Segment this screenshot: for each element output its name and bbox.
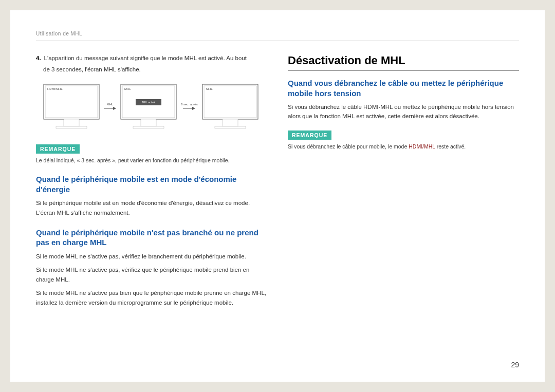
page-container: Utilisation de MHL 4. L'apparition du me… <box>10 10 545 382</box>
page-number: 29 <box>511 361 519 369</box>
content-columns: 4. L'apparition du message suivant signi… <box>36 54 519 371</box>
arrow-2-label: 3 sec. après <box>181 103 198 106</box>
step-subtext: de 3 secondes, l'écran MHL s'affiche. <box>43 65 267 74</box>
remarque-badge: REMARQUE <box>36 144 80 154</box>
svg-rect-9 <box>141 119 156 126</box>
monitor-2-bar-text: MHL activé <box>142 101 155 104</box>
svg-rect-14 <box>204 86 256 118</box>
svg-marker-5 <box>113 107 116 110</box>
step-text: L'apparition du message suivant signifie… <box>44 54 267 63</box>
monitor-3: MHL <box>202 84 258 130</box>
monitor-diagram: HDMI/MHL MHL MHL MHL activé <box>43 84 267 130</box>
page-title: Désactivation de MHL <box>288 54 519 71</box>
step-number: 4. <box>36 54 41 63</box>
paragraph-nc-1: Si le mode MHL ne s'active pas, vérifiez… <box>36 252 267 261</box>
svg-rect-16 <box>215 126 246 128</box>
monitor-2-label: MHL <box>124 87 131 90</box>
subheading-economy: Quand le périphérique mobile est en mode… <box>36 174 267 194</box>
remarque-text-right: Si vous débranchez le câble pour mobile,… <box>288 143 519 151</box>
remarque-badge-right: REMARQUE <box>288 130 331 140</box>
remarque-pre: Si vous débranchez le câble pour mobile,… <box>288 143 409 150</box>
paragraph-economy: Si le périphérique mobile est en mode d'… <box>36 198 267 217</box>
arrow-1: MHL <box>104 103 116 110</box>
monitor-3-label: MHL <box>206 87 213 90</box>
svg-rect-10 <box>133 126 164 128</box>
svg-rect-2 <box>64 119 79 126</box>
monitor-1-label: HDMI/MHL <box>47 87 63 90</box>
right-column: Désactivation de MHL Quand vous débranch… <box>288 54 519 371</box>
arrow-2: 3 sec. après <box>181 103 198 110</box>
monitor-2: MHL MHL activé <box>120 84 177 130</box>
monitor-1: HDMI/MHL <box>43 84 100 130</box>
svg-rect-3 <box>56 126 87 128</box>
step-4: 4. L'apparition du message suivant signi… <box>36 54 267 63</box>
svg-rect-1 <box>45 86 98 118</box>
remarque-highlight: HDMI/MHL <box>409 143 435 150</box>
subheading-not-connected: Quand le périphérique mobile n'est pas b… <box>36 228 267 248</box>
breadcrumb: Utilisation de MHL <box>36 31 519 41</box>
subheading-disconnect: Quand vous débranchez le câble ou mettez… <box>288 78 519 98</box>
svg-rect-15 <box>223 119 238 126</box>
left-column: 4. L'apparition du message suivant signi… <box>36 54 267 371</box>
remarque-post: reste activé. <box>435 143 466 150</box>
remarque-text: Le délai indiqué, « 3 sec. après », peut… <box>36 157 267 164</box>
arrow-1-label: MHL <box>107 103 114 106</box>
paragraph-nc-3: Si le mode MHL ne s'active pas bien que … <box>36 288 267 307</box>
svg-marker-12 <box>192 107 195 110</box>
paragraph-nc-2: Si le mode MHL ne s'active pas, vérifiez… <box>36 265 267 284</box>
paragraph-disconnect: Si vous débranchez le câble HDMI-MHL ou … <box>288 102 519 121</box>
